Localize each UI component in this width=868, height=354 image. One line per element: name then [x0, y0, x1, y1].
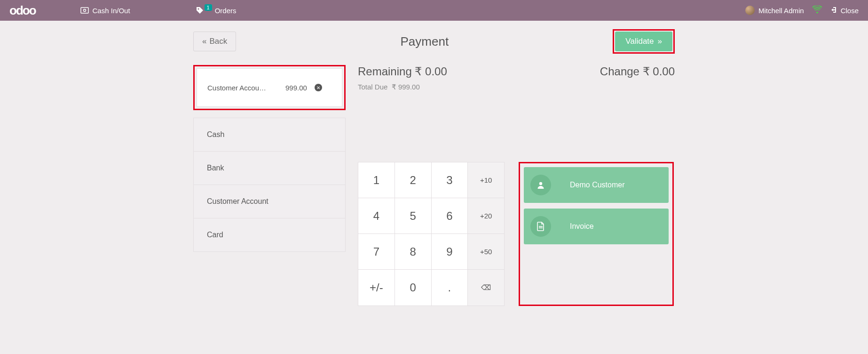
total-due-label: Total Due	[358, 83, 387, 91]
method-customer-account[interactable]: Customer Account	[194, 185, 345, 218]
orders-badge: 1	[205, 4, 212, 11]
total-due-value: ₹ 999.00	[392, 83, 420, 91]
cash-icon	[80, 7, 89, 14]
total-due: Total Due ₹ 999.00	[358, 83, 447, 91]
remaining-value: ₹ 0.00	[415, 65, 447, 78]
numpad: 1 2 3 +10 4 5 6 +20 7 8 9	[358, 162, 505, 306]
page-title: Payment	[401, 34, 449, 49]
numpad-dot[interactable]: .	[432, 270, 468, 306]
numpad-backspace[interactable]: ⌫	[468, 270, 504, 306]
change-label: Change	[600, 65, 639, 78]
top-navbar: odoo Cash In/Out 1 Orders Mitchell Admin…	[0, 0, 868, 21]
remaining-label: Remaining	[358, 65, 412, 78]
method-bank[interactable]: Bank	[194, 152, 345, 185]
person-icon	[530, 175, 551, 195]
tag-icon	[196, 7, 204, 14]
highlight-payment-line: Customer Accou… 999.00 ✕	[193, 65, 346, 110]
backspace-icon: ⌫	[481, 283, 491, 292]
signout-icon	[830, 6, 838, 15]
svg-point-3	[539, 182, 542, 185]
payment-line-method: Customer Accou…	[207, 84, 278, 92]
numpad-6[interactable]: 6	[432, 198, 468, 234]
customer-label: Demo Customer	[570, 181, 624, 189]
chevron-right-icon: »	[658, 37, 662, 46]
numpad-1[interactable]: 1	[358, 162, 395, 198]
payment-line-delete[interactable]: ✕	[315, 84, 322, 91]
svg-point-1	[83, 9, 86, 12]
payment-methods-list: Cash Bank Customer Account Card	[193, 118, 346, 252]
file-icon	[530, 216, 551, 237]
highlight-validate: Validate »	[613, 29, 675, 54]
payment-line-amount: 999.00	[285, 84, 307, 92]
numpad-9[interactable]: 9	[432, 234, 468, 270]
svg-rect-0	[81, 8, 88, 13]
validate-label: Validate	[625, 37, 654, 46]
method-cash[interactable]: Cash	[194, 118, 345, 152]
change-value: ₹ 0.00	[643, 65, 675, 78]
nav-close[interactable]: Close	[830, 6, 859, 15]
numpad-3[interactable]: 3	[432, 162, 468, 198]
numpad-4[interactable]: 4	[358, 198, 395, 234]
nav-cash-in-out[interactable]: Cash In/Out	[80, 7, 130, 15]
change: Change ₹ 0.00	[600, 65, 675, 78]
customer-button[interactable]: Demo Customer	[524, 167, 669, 203]
numpad-plus20[interactable]: +20	[468, 198, 504, 234]
numpad-2[interactable]: 2	[395, 162, 432, 198]
nav-orders[interactable]: 1 Orders	[196, 7, 237, 15]
nav-user-label: Mitchell Admin	[758, 7, 804, 15]
invoice-label: Invoice	[570, 222, 594, 231]
nav-orders-label: Orders	[215, 7, 237, 15]
nav-cash-label: Cash In/Out	[93, 7, 130, 15]
numpad-0[interactable]: 0	[395, 270, 432, 306]
invoice-button[interactable]: Invoice	[524, 209, 669, 244]
numpad-sign[interactable]: +/-	[358, 270, 395, 306]
payment-header: « Back Payment Validate »	[193, 26, 675, 65]
method-card[interactable]: Card	[194, 218, 345, 251]
highlight-actions: Demo Customer Invoice	[519, 162, 674, 306]
numpad-7[interactable]: 7	[358, 234, 395, 270]
wifi-icon	[813, 6, 822, 16]
numpad-plus50[interactable]: +50	[468, 234, 504, 270]
svg-point-2	[197, 8, 199, 10]
back-label: Back	[209, 37, 227, 46]
payment-line[interactable]: Customer Accou… 999.00 ✕	[197, 68, 342, 107]
numpad-plus10[interactable]: +10	[468, 162, 504, 198]
numpad-8[interactable]: 8	[395, 234, 432, 270]
totals-row: Remaining ₹ 0.00 Total Due ₹ 999.00 Chan…	[358, 65, 675, 91]
brand-logo[interactable]: odoo	[9, 3, 36, 18]
back-button[interactable]: « Back	[193, 32, 236, 51]
chevron-left-icon: «	[202, 37, 206, 46]
close-icon: ✕	[316, 85, 320, 90]
nav-user[interactable]: Mitchell Admin	[745, 6, 804, 15]
nav-close-label: Close	[841, 7, 859, 15]
numpad-5[interactable]: 5	[395, 198, 432, 234]
remaining: Remaining ₹ 0.00	[358, 65, 447, 78]
validate-button[interactable]: Validate »	[615, 32, 672, 51]
avatar	[745, 6, 755, 15]
